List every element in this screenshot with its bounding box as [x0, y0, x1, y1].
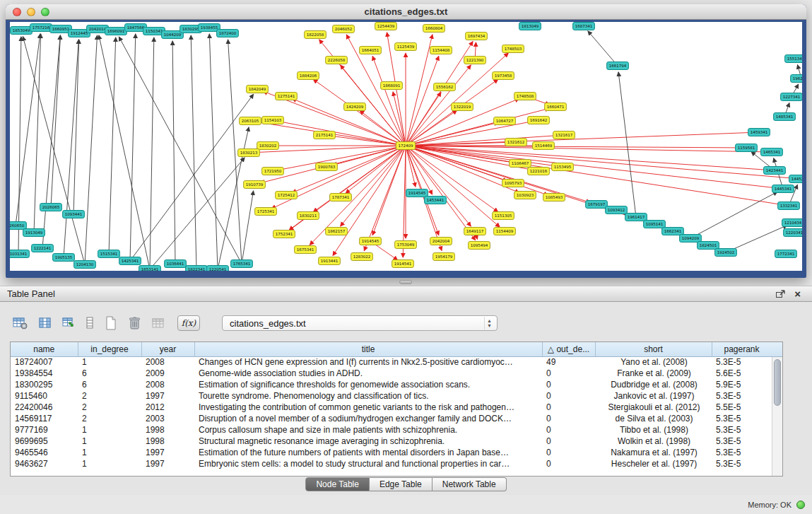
- import-table-button[interactable]: [150, 315, 167, 331]
- graph-node[interactable]: 1332341: [778, 202, 800, 210]
- graph-node[interactable]: 2063105: [240, 117, 261, 125]
- graph-node[interactable]: 1220341: [784, 229, 802, 237]
- graph-node[interactable]: 1973458: [493, 72, 514, 80]
- table-row[interactable]: 2242004622012Investigating the contribut…: [11, 402, 772, 413]
- graph-node[interactable]: 1813049: [519, 23, 541, 30]
- tab-edge-table[interactable]: Edge Table: [370, 477, 433, 491]
- graph-node[interactable]: 1210434: [782, 219, 802, 227]
- graph-node[interactable]: 1868091: [381, 82, 403, 90]
- graph-node[interactable]: 2226058: [326, 57, 348, 64]
- graph-node[interactable]: 1095494: [469, 242, 490, 250]
- graph-node[interactable]: 2175141: [314, 132, 336, 139]
- graph-node[interactable]: 1725412: [276, 192, 298, 199]
- graph-node[interactable]: 1031341: [10, 250, 29, 258]
- graph-node[interactable]: 1515341: [98, 250, 120, 258]
- graph-node[interactable]: 1664051: [360, 47, 382, 54]
- graph-node[interactable]: 1485341: [774, 113, 796, 121]
- graph-node[interactable]: 1884206: [298, 72, 319, 80]
- graph-node[interactable]: 1787341: [330, 194, 352, 201]
- graph-node[interactable]: 1914541: [392, 260, 414, 268]
- graph-node[interactable]: 1765341: [231, 260, 253, 268]
- graph-node[interactable]: 1830211: [298, 212, 319, 220]
- graph-node[interactable]: 1154103: [262, 117, 284, 124]
- graph-node[interactable]: 1913441: [319, 257, 341, 265]
- table-row[interactable]: 946554611997Estimation of the future num…: [11, 447, 772, 458]
- graph-node[interactable]: 1030923: [514, 192, 536, 199]
- graph-node[interactable]: 1772341: [775, 250, 797, 258]
- graph-node[interactable]: 1095141: [644, 221, 666, 228]
- column-header-pagerank[interactable]: pagerank: [712, 342, 772, 356]
- tab-node-table[interactable]: Node Table: [305, 477, 370, 491]
- table-row[interactable]: 977716911998Corpus callosum shape and si…: [11, 424, 772, 436]
- graph-node[interactable]: 1551341: [785, 55, 802, 63]
- graph-node[interactable]: 1924502: [715, 249, 737, 257]
- function-builder-button[interactable]: f(x): [177, 315, 200, 331]
- table-row[interactable]: 911546021997Tourette syndrome. Phenomeno…: [11, 390, 772, 402]
- graph-node[interactable]: 1445341: [772, 185, 794, 193]
- graph-node[interactable]: 1283022: [351, 253, 373, 261]
- graph-node[interactable]: 1423441: [764, 167, 786, 175]
- graph-node[interactable]: 1696091: [105, 28, 127, 35]
- graph-node[interactable]: 1459341: [748, 129, 770, 136]
- graph-node[interactable]: 1095793: [502, 180, 524, 187]
- graph-node[interactable]: 1093441: [63, 211, 85, 218]
- graph-node[interactable]: 172409: [396, 142, 415, 150]
- graph-node[interactable]: 1222141: [32, 245, 54, 252]
- graph-node[interactable]: 1221390: [464, 57, 486, 64]
- graph-node[interactable]: 1465341: [761, 148, 783, 156]
- vertical-scrollbar[interactable]: [772, 357, 782, 476]
- window-titlebar[interactable]: citations_edges.txt: [6, 4, 806, 20]
- graph-node[interactable]: 1962341: [791, 75, 802, 83]
- network-view-canvas[interactable]: 1724091514469169164217485081973458122139…: [10, 22, 802, 271]
- graph-node[interactable]: 1687341: [573, 23, 595, 30]
- graph-node[interactable]: 1321617: [553, 132, 575, 139]
- graph-node[interactable]: 1721950: [262, 168, 284, 175]
- zoom-window-button[interactable]: [41, 8, 49, 16]
- table-select-dropdown[interactable]: citations_edges.txt ▲▼: [222, 315, 498, 331]
- graph-node[interactable]: 1254439: [375, 23, 397, 30]
- graph-node[interactable]: 1822341: [186, 266, 208, 271]
- graph-node[interactable]: 1661794: [607, 62, 629, 70]
- graph-node[interactable]: 1752341: [273, 230, 295, 238]
- graph-node[interactable]: 1125439: [395, 43, 417, 51]
- graph-node[interactable]: 1094209: [680, 235, 702, 243]
- graph-node[interactable]: 1653141: [139, 266, 161, 271]
- graph-node[interactable]: 1905135: [53, 254, 75, 262]
- graph-node[interactable]: 1106467: [510, 160, 531, 168]
- column-header-out_de[interactable]: △ out_de...: [542, 342, 595, 356]
- graph-node[interactable]: 1322019: [452, 103, 473, 111]
- table-row[interactable]: 1872400712008Changes of HCN gene express…: [11, 356, 772, 368]
- graph-node[interactable]: 1425341: [119, 257, 141, 265]
- graph-node[interactable]: 1085493: [543, 194, 565, 201]
- graph-node[interactable]: 1913049: [23, 229, 45, 237]
- column-header-name[interactable]: name: [11, 342, 78, 356]
- graph-node[interactable]: 1662341: [662, 228, 684, 235]
- graph-node[interactable]: 1445209: [789, 175, 802, 183]
- graph-node[interactable]: 1093412: [606, 206, 628, 214]
- select-columns-button[interactable]: [37, 315, 53, 331]
- graph-node[interactable]: 1649117: [464, 228, 486, 235]
- scrollbar-thumb[interactable]: [774, 359, 781, 406]
- column-settings-button[interactable]: [11, 315, 30, 331]
- memory-status-indicator[interactable]: [796, 501, 805, 509]
- graph-node[interactable]: 2046052: [333, 25, 355, 33]
- graph-node[interactable]: 1675341: [295, 246, 317, 254]
- graph-node[interactable]: 1853049: [11, 27, 33, 35]
- graph-node[interactable]: 1064727: [494, 117, 516, 125]
- graph-node[interactable]: 1914545: [406, 189, 428, 197]
- graph-node[interactable]: 1227341: [781, 93, 802, 101]
- graph-node[interactable]: 1220541: [207, 266, 229, 271]
- graph-node[interactable]: 1748503: [502, 45, 524, 53]
- graph-node[interactable]: 1862157: [326, 228, 348, 235]
- graph-node[interactable]: 1757216: [30, 24, 52, 32]
- graph-node[interactable]: 1151305: [493, 212, 514, 220]
- table-row[interactable]: 1456911722003Disruption of a novel membe…: [11, 413, 772, 424]
- graph-node[interactable]: 1961417: [625, 214, 647, 221]
- graph-node[interactable]: 1872400: [217, 30, 239, 37]
- column-header-year[interactable]: year: [141, 342, 194, 356]
- graph-node[interactable]: 1679197: [586, 201, 608, 209]
- table-row[interactable]: 1830029562008Estimation of significance …: [11, 379, 772, 390]
- table-row[interactable]: 946362711997Embryonic stem cells: a mode…: [11, 458, 772, 469]
- graph-node[interactable]: 1830202: [257, 142, 279, 150]
- add-column-button[interactable]: [61, 315, 76, 331]
